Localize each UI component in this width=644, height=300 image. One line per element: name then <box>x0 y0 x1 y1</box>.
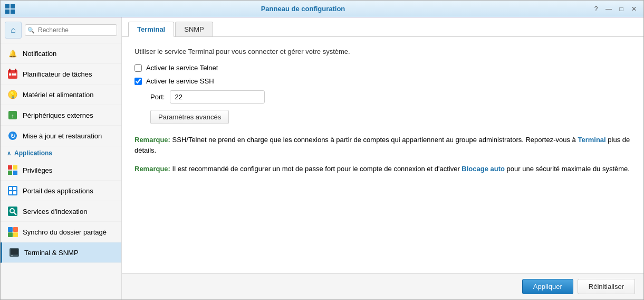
svg-rect-20 <box>13 171 17 175</box>
remark1-link[interactable]: Terminal <box>578 136 605 144</box>
sidebar: ⌂ 🔔 Notification <box>1 17 122 299</box>
tab-terminal[interactable]: Terminal <box>128 22 174 37</box>
sidebar-item-synchro[interactable]: Synchro du dossier partagé <box>1 222 121 242</box>
window-controls: ? — □ ✕ <box>591 4 639 14</box>
calendar-icon <box>7 68 18 80</box>
svg-rect-3 <box>11 10 15 14</box>
minimize-button[interactable]: — <box>603 4 614 14</box>
svg-rect-19 <box>8 171 12 175</box>
description-text: Utiliser le service Terminal pour vous c… <box>134 48 631 55</box>
svg-rect-30 <box>13 227 18 232</box>
remark1-text: SSH/Telnet ne prend en charge que les co… <box>172 136 578 144</box>
telnet-checkbox[interactable] <box>134 64 142 72</box>
terminal-icon <box>8 247 20 258</box>
remark2-link[interactable]: Blocage auto <box>462 165 505 173</box>
sidebar-item-privileges[interactable]: Privilèges <box>1 160 121 181</box>
sidebar-section-applications[interactable]: ∧ Applications <box>1 146 121 160</box>
svg-rect-0 <box>5 4 9 8</box>
remark2-text2: pour une sécurité maximale du système. <box>507 165 630 173</box>
content-area: Terminal SNMP Utiliser le service Termin… <box>122 17 643 299</box>
svg-rect-25 <box>13 191 16 194</box>
remark2-label: Remarque: <box>134 165 170 173</box>
synchro-icon <box>7 226 18 238</box>
sidebar-item-label: Privilèges <box>23 166 52 174</box>
remark1: Remarque: SSH/Telnet ne prend en charge … <box>134 135 631 155</box>
telnet-row: Activer le service Telnet <box>134 64 631 72</box>
svg-text:💡: 💡 <box>9 91 17 99</box>
svg-rect-31 <box>8 232 13 237</box>
svg-rect-17 <box>8 165 12 170</box>
sidebar-item-label: Synchro du dossier partagé <box>23 228 107 236</box>
help-button[interactable]: ? <box>591 4 601 14</box>
remark1-label: Remarque: <box>134 136 170 144</box>
sidebar-item-peripheriques[interactable]: ↑ Périphériques externes <box>1 105 121 126</box>
svg-rect-18 <box>13 165 17 170</box>
sidebar-item-terminal[interactable]: Terminal & SNMP <box>1 242 121 263</box>
sidebar-item-planificateur[interactable]: Planificateur de tâches <box>1 64 121 85</box>
svg-rect-29 <box>8 227 13 232</box>
notification-icon: 🔔 <box>7 48 18 59</box>
tab-snmp[interactable]: SNMP <box>175 22 213 36</box>
svg-rect-34 <box>11 249 18 255</box>
reset-button[interactable]: Réinitialiser <box>578 279 635 294</box>
telnet-label[interactable]: Activer le service Telnet <box>146 64 218 72</box>
svg-rect-9 <box>12 73 14 76</box>
svg-rect-23 <box>13 187 16 190</box>
tabs-bar: Terminal SNMP <box>122 17 643 37</box>
footer: Appliquer Réinitialiser <box>122 273 643 299</box>
svg-rect-8 <box>9 73 11 76</box>
remark2-text: Il est recommandé de configurer un mot d… <box>172 165 462 173</box>
remark2: Remarque: Il est recommandé de configure… <box>134 164 631 174</box>
ssh-row: Activer le service SSH <box>134 77 631 85</box>
svg-rect-24 <box>9 191 12 194</box>
search-wrap <box>25 24 117 36</box>
privileges-icon <box>7 164 18 176</box>
svg-rect-6 <box>9 69 11 72</box>
svg-text:↻: ↻ <box>10 132 16 140</box>
main-area: ⌂ 🔔 Notification <box>1 17 643 299</box>
sidebar-item-label: Mise à jour et restauration <box>23 132 102 140</box>
sidebar-item-label: Notification <box>23 50 56 58</box>
sidebar-item-notification[interactable]: 🔔 Notification <box>1 43 121 64</box>
ssh-checkbox[interactable] <box>134 78 142 85</box>
window-title: Panneau de configuration <box>15 5 591 13</box>
svg-rect-7 <box>15 69 16 72</box>
content-panel: Utiliser le service Terminal pour vous c… <box>122 37 643 273</box>
update-icon: ↻ <box>7 130 18 142</box>
port-row: Port: <box>150 90 631 104</box>
sidebar-item-miseajour[interactable]: ↻ Mise à jour et restauration <box>1 126 121 146</box>
sidebar-item-materiel[interactable]: 💡 Matériel et alimentation <box>1 85 121 105</box>
sidebar-item-label: Terminal & SNMP <box>24 249 79 257</box>
power-icon: 💡 <box>7 89 18 100</box>
sidebar-item-label: Services d'indexation <box>23 208 87 215</box>
home-button[interactable]: ⌂ <box>5 22 22 39</box>
port-label: Port: <box>150 93 165 101</box>
ssh-label[interactable]: Activer le service SSH <box>146 77 214 85</box>
sidebar-item-label: Portail des applications <box>23 187 93 195</box>
advanced-button[interactable]: Paramètres avancés <box>150 110 229 124</box>
sidebar-item-label: Planificateur de tâches <box>23 70 92 78</box>
svg-rect-1 <box>11 4 15 8</box>
portail-icon <box>7 185 18 196</box>
sidebar-item-portail[interactable]: Portail des applications <box>1 181 121 201</box>
chevron-icon: ∧ <box>7 150 11 157</box>
svg-text:↑: ↑ <box>11 112 14 119</box>
sidebar-search-area: ⌂ <box>1 17 121 43</box>
sidebar-item-indexation[interactable]: Services d'indexation <box>1 201 121 222</box>
sidebar-item-label: Matériel et alimentation <box>23 91 93 99</box>
app-icon <box>5 4 15 14</box>
svg-rect-32 <box>13 232 18 237</box>
sidebar-item-label: Périphériques externes <box>23 111 93 119</box>
port-input[interactable] <box>170 90 265 104</box>
indexation-icon <box>7 205 18 217</box>
search-input[interactable] <box>25 24 117 36</box>
apply-button[interactable]: Appliquer <box>522 279 573 294</box>
svg-rect-22 <box>9 187 12 190</box>
section-label: Applications <box>14 149 52 157</box>
svg-rect-2 <box>5 10 9 14</box>
maximize-button[interactable]: □ <box>616 4 627 14</box>
title-bar: Panneau de configuration ? — □ ✕ <box>1 1 643 17</box>
close-button[interactable]: ✕ <box>629 4 639 14</box>
usb-icon: ↑ <box>7 109 18 121</box>
svg-rect-10 <box>14 73 16 76</box>
